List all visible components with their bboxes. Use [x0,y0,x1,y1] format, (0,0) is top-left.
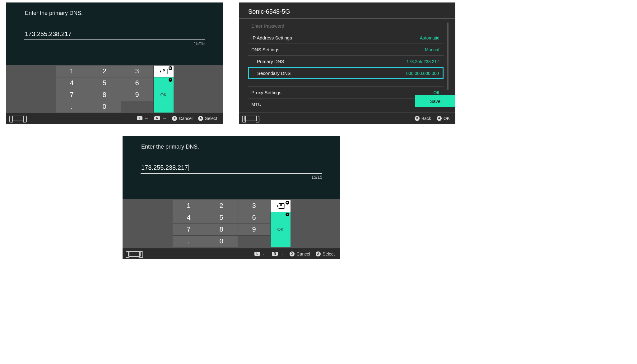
key-3[interactable]: 3 [238,200,270,212]
l-button-icon: L [137,116,142,120]
row-value: 173.255.238.217 [407,59,439,64]
r-button-icon: R [272,252,278,256]
hint-select[interactable]: A Select [198,116,217,121]
row-mtu[interactable]: MTU 1400 [248,99,444,110]
a-button-icon: A [198,116,203,121]
footer-bar: L ← R → X Cancel A Select [6,113,223,124]
key-2[interactable]: 2 [88,66,121,77]
hint-back[interactable]: B Back [415,116,431,121]
key-2[interactable]: 2 [205,200,238,212]
key-backspace[interactable]: B [154,66,174,77]
hint-r: R → [154,116,166,121]
key-ok-label: OK [277,227,283,232]
settings-body: Enter Password IP Address Settings Autom… [239,20,455,113]
row-value: Manual [425,47,439,52]
hint-ok[interactable]: A OK [437,116,450,121]
save-button[interactable]: Save [415,95,455,107]
key-ok[interactable]: OK + [154,77,174,113]
numeric-keypad: 1 2 3 B 4 5 6 OK + 7 8 9 . 0 [6,65,223,113]
key-8[interactable]: 8 [88,89,121,101]
dns-title: Enter the primary DNS. [141,144,199,150]
key-6[interactable]: 6 [238,212,270,223]
key-4[interactable]: 4 [56,77,88,89]
dns-input-value: 173.255.238.217 [141,164,188,171]
scrollbar[interactable] [447,22,449,90]
row-value: Automatic [420,35,439,40]
row-primary-dns[interactable]: Primary DNS 173.255.238.217 [248,56,444,67]
key-ok[interactable]: OK + [271,212,291,247]
text-caret [72,31,72,38]
dns-input-value: 173.255.238.217 [25,30,72,38]
row-label: Primary DNS [257,59,284,64]
row-ip-settings[interactable]: IP Address Settings Automatic [248,32,444,44]
backspace-badge: B [169,66,172,70]
settings-list: Enter Password IP Address Settings Autom… [248,20,444,110]
backspace-badge: B [286,201,289,205]
row-label: Secondary DNS [257,71,291,76]
row-enter-password[interactable]: Enter Password [248,20,444,32]
back-label: Back [421,116,431,121]
key-grid: 1 2 3 B 4 5 6 OK + 7 8 9 . 0 [173,200,291,247]
hint-cancel[interactable]: X Cancel [290,251,310,256]
b-button-icon: B [415,116,420,121]
key-1[interactable]: 1 [173,200,205,212]
ok-badge: + [286,213,289,216]
row-label: DNS Settings [251,47,279,52]
hint-l: L ← [254,251,266,256]
a-button-icon: A [437,116,442,121]
ok-badge: + [169,78,172,82]
key-dot[interactable]: . [56,101,88,113]
key-6[interactable]: 6 [121,77,153,89]
l-button-icon: L [254,252,260,256]
key-1[interactable]: 1 [56,66,88,77]
select-label: Select [323,251,335,256]
cancel-label: Cancel [179,116,193,121]
switch-console-icon [12,116,24,121]
row-proxy[interactable]: Proxy Settings Off [248,86,444,99]
dns-input-wrap: 173.255.238.217 15/15 [141,162,322,174]
key-7[interactable]: 7 [173,224,205,235]
key-4[interactable]: 4 [173,212,205,223]
key-dot[interactable]: . [173,236,205,247]
dns-input[interactable]: 173.255.238.217 [141,162,322,174]
hint-l: L ← [137,116,149,121]
key-9[interactable]: 9 [121,89,153,101]
dns-input[interactable]: 173.255.238.217 [24,29,205,40]
key-backspace[interactable]: B [271,200,291,212]
key-7[interactable]: 7 [56,89,88,101]
key-0[interactable]: 0 [88,101,121,113]
row-label: IP Address Settings [251,35,292,40]
row-dns-settings[interactable]: DNS Settings Manual [248,44,444,56]
key-8[interactable]: 8 [205,224,238,235]
row-secondary-dns[interactable]: Secondary DNS 000.000.000.000 [248,67,444,79]
dns-entry-screen-a: Enter the primary DNS. 173.255.238.217 1… [6,2,223,124]
key-0[interactable]: 0 [205,236,238,247]
ssid-title: Sonic-6548-5G [239,2,455,19]
key-ok-label: OK [160,92,166,97]
switch-console-icon [128,251,141,257]
hint-cancel[interactable]: X Cancel [172,116,193,121]
r-button-icon: R [154,116,160,120]
key-blank [121,101,153,113]
footer-bar: L ← R → X Cancel A Select [123,248,340,259]
select-label: Select [205,116,217,121]
key-5[interactable]: 5 [88,77,121,89]
numeric-keypad: 1 2 3 B 4 5 6 OK + 7 8 9 . 0 [123,199,340,248]
key-blank [238,236,270,247]
row-value: Off [434,90,439,95]
arrow-right-icon: → [162,116,166,121]
key-5[interactable]: 5 [205,212,238,223]
key-9[interactable]: 9 [238,224,270,235]
key-3[interactable]: 3 [121,66,153,77]
backspace-icon [160,69,167,74]
dns-input-wrap: 173.255.238.217 15/15 [24,29,205,40]
a-button-icon: A [316,251,321,256]
backspace-icon [277,203,284,208]
dns-title: Enter the primary DNS. [25,10,83,16]
ok-label: OK [444,116,450,121]
hint-select[interactable]: A Select [316,251,335,256]
row-label: Proxy Settings [251,90,281,95]
arrow-left-icon: ← [262,251,266,256]
network-settings-screen: Sonic-6548-5G Enter Password IP Address … [239,2,455,124]
cancel-label: Cancel [296,251,310,256]
